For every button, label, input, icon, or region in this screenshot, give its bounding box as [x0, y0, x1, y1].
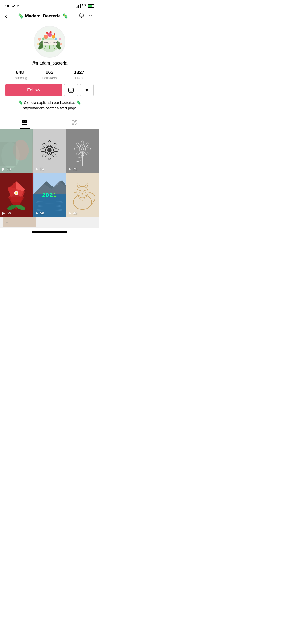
svg-point-7 [58, 38, 61, 41]
svg-point-52 [48, 149, 49, 150]
svg-rect-31 [26, 122, 27, 123]
svg-point-12 [44, 35, 48, 39]
bio-section: 🦠 Ciencia explicada por bacterias 🦠 http… [18, 100, 81, 111]
svg-text:MADAM_BACTERIA: MADAM_BACTERIA [40, 42, 59, 44]
svg-rect-23 [69, 88, 73, 93]
svg-rect-92 [66, 173, 99, 217]
location-icon: ↗ [16, 4, 19, 8]
svg-rect-26 [22, 120, 24, 122]
video-view-count-1: 73 [2, 167, 11, 171]
svg-point-56 [49, 150, 50, 150]
video-view-count-2: 74 [35, 167, 44, 171]
likes-label: Likes [75, 76, 83, 80]
svg-marker-105 [69, 212, 71, 215]
svg-rect-29 [22, 122, 24, 123]
video-view-count-6: 46 [68, 211, 77, 215]
svg-point-16 [55, 38, 57, 40]
svg-point-6 [38, 38, 41, 41]
svg-marker-40 [2, 168, 5, 171]
video-view-count-3: 75 [68, 167, 77, 171]
notifications-button[interactable] [79, 12, 84, 20]
svg-rect-28 [26, 120, 27, 122]
video-cell-4[interactable]: 56 [0, 173, 33, 217]
svg-rect-34 [26, 124, 27, 125]
svg-rect-27 [24, 120, 26, 122]
tab-liked[interactable] [50, 116, 99, 129]
likes-stat[interactable]: 1827 Likes [64, 70, 94, 80]
dropdown-arrow-icon: ▼ [84, 87, 89, 93]
navigation-bar: ‹ 🦠 Madam_Bacteria 🦠 ··· [0, 10, 99, 23]
svg-point-9 [60, 43, 62, 45]
status-bar: 18:52 ↗ [0, 0, 99, 10]
video-cell-3[interactable]: 75 [66, 129, 99, 173]
partial-video-cell[interactable]: abc... [3, 217, 36, 227]
nav-title: 🦠 Madam_Bacteria 🦠 [18, 13, 68, 19]
svg-point-19 [54, 33, 55, 35]
action-buttons-row: Follow ▼ [5, 84, 94, 96]
svg-point-17 [46, 32, 48, 34]
svg-point-25 [72, 89, 73, 89]
likes-count: 1827 [74, 70, 84, 75]
followers-label: Followers [42, 76, 57, 80]
bio-text: 🦠 Ciencia explicada por bacterias 🦠 [18, 100, 81, 105]
video-cell-6[interactable]: 46 [66, 173, 99, 217]
year-overlay: 2021 [42, 192, 57, 199]
followers-count: 163 [45, 70, 53, 75]
tab-videos[interactable] [0, 116, 50, 129]
title-microbe-left: 🦠 [18, 13, 23, 19]
content-tabs [0, 116, 99, 129]
svg-point-8 [37, 43, 39, 45]
svg-rect-33 [24, 124, 26, 125]
follow-button[interactable]: Follow [5, 84, 62, 96]
video-view-count-5: 56 [35, 211, 44, 215]
svg-point-55 [50, 150, 50, 151]
battery-icon [88, 4, 94, 8]
video-cell-2[interactable]: 74 [33, 129, 66, 173]
wifi-icon [82, 4, 86, 8]
stats-row: 648 Following 163 Followers 1827 Likes [5, 70, 94, 80]
svg-rect-30 [24, 122, 26, 123]
video-cell-1[interactable]: 73 [0, 129, 33, 173]
profile-section: MADAM_BACTERIA @madam_bacteria 648 Follo… [0, 23, 99, 111]
svg-point-13 [47, 32, 52, 37]
video-view-count-4: 56 [2, 211, 11, 215]
svg-point-15 [42, 38, 45, 40]
following-count: 648 [16, 70, 24, 75]
home-indicator [32, 231, 67, 233]
svg-rect-39 [0, 142, 16, 166]
video-grid: 73 74 [0, 129, 99, 217]
svg-point-53 [50, 149, 50, 150]
svg-point-24 [70, 89, 72, 91]
time-display: 18:52 [5, 4, 15, 8]
instagram-button[interactable] [64, 84, 78, 96]
following-stat[interactable]: 648 Following [5, 70, 35, 80]
home-indicator-area [0, 228, 99, 237]
svg-point-54 [48, 150, 49, 151]
more-dropdown-button[interactable]: ▼ [80, 84, 94, 96]
svg-marker-71 [69, 168, 71, 171]
bottom-video-strip: abc... [0, 217, 99, 228]
svg-marker-82 [2, 212, 5, 215]
avatar: MADAM_BACTERIA [34, 26, 65, 58]
profile-name: Madam_Bacteria [25, 13, 61, 19]
svg-point-79 [15, 192, 17, 194]
more-options-button[interactable]: ··· [89, 13, 94, 19]
signal-icon [76, 4, 81, 8]
svg-marker-91 [36, 212, 38, 215]
svg-point-18 [50, 31, 51, 33]
video-cell-5[interactable]: 2021 56 [33, 173, 66, 217]
back-button[interactable]: ‹ [5, 12, 7, 20]
svg-point-14 [51, 35, 55, 39]
svg-text:abc...: abc... [5, 221, 8, 224]
svg-rect-58 [66, 129, 99, 173]
svg-marker-57 [36, 168, 38, 171]
username-display: @madam_bacteria [32, 61, 67, 66]
followers-stat[interactable]: 163 Followers [35, 70, 64, 80]
bio-link[interactable]: http://madam-bacteria.start.page [23, 106, 76, 110]
title-microbe-right: 🦠 [62, 13, 68, 19]
following-label: Following [13, 76, 27, 80]
svg-rect-32 [22, 124, 24, 125]
